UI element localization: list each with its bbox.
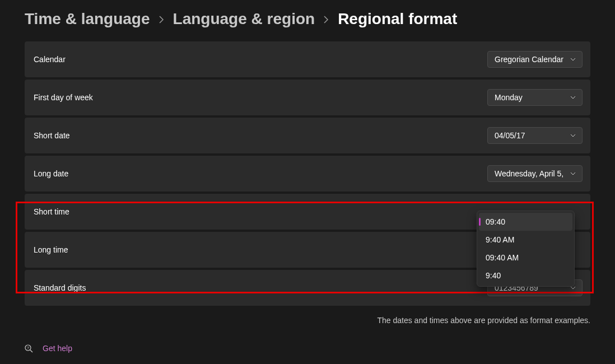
long-date-label: Long date — [34, 169, 68, 178]
short-time-option[interactable]: 9:40 AM — [479, 231, 572, 249]
long-time-label: Long time — [34, 245, 68, 254]
first-day-label: First day of week — [34, 93, 93, 102]
breadcrumb-current: Regional format — [338, 10, 457, 28]
chevron-right-icon — [324, 15, 329, 26]
short-time-option[interactable]: 9:40 — [479, 267, 572, 284]
long-date-dropdown[interactable]: Wednesday, April 5, — [487, 165, 583, 182]
setting-row-long-date: Long date Wednesday, April 5, — [25, 156, 590, 192]
first-day-dropdown[interactable]: Monday — [487, 89, 583, 106]
short-date-dropdown[interactable]: 04/05/17 — [487, 127, 583, 144]
help-row: ? Get help — [0, 325, 615, 353]
first-day-value: Monday — [495, 93, 523, 102]
breadcrumb: Time & language Language & region Region… — [0, 0, 615, 41]
calendar-dropdown[interactable]: Gregorian Calendar — [487, 51, 583, 68]
chevron-right-icon — [159, 15, 164, 26]
help-icon: ? — [25, 344, 34, 353]
calendar-value: Gregorian Calendar — [495, 55, 563, 64]
short-date-value: 04/05/17 — [495, 131, 525, 140]
short-time-option[interactable]: 09:40 — [479, 213, 572, 231]
setting-row-short-date: Short date 04/05/17 — [25, 118, 590, 153]
short-time-option[interactable]: 09:40 AM — [479, 249, 572, 267]
get-help-link[interactable]: Get help — [43, 344, 72, 353]
long-date-value: Wednesday, April 5, — [495, 169, 563, 178]
short-date-label: Short date — [34, 131, 70, 140]
standard-digits-label: Standard digits — [34, 283, 86, 292]
short-time-dropdown-menu: 09:40 9:40 AM 09:40 AM 9:40 — [477, 211, 575, 287]
chevron-down-icon — [570, 132, 576, 139]
setting-row-first-day: First day of week Monday — [25, 80, 590, 115]
setting-row-calendar: Calendar Gregorian Calendar — [25, 41, 590, 77]
chevron-down-icon — [570, 170, 576, 177]
svg-text:?: ? — [27, 346, 29, 350]
calendar-label: Calendar — [34, 55, 66, 64]
chevron-down-icon — [570, 94, 576, 101]
format-examples-caption: The dates and times above are provided a… — [0, 308, 615, 325]
short-time-label: Short time — [34, 207, 69, 216]
breadcrumb-language-region[interactable]: Language & region — [173, 10, 315, 28]
breadcrumb-time-language[interactable]: Time & language — [25, 10, 150, 28]
chevron-down-icon — [570, 56, 576, 63]
svg-line-1 — [30, 350, 32, 352]
